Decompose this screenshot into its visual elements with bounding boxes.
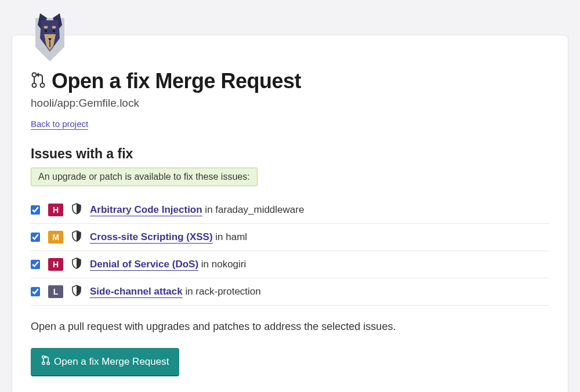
svg-point-3 xyxy=(53,30,56,32)
issue-text: Arbitrary Code Injection in faraday_midd… xyxy=(90,204,304,216)
project-path: hooli/app:Gemfile.lock xyxy=(31,97,549,110)
issue-checkbox[interactable] xyxy=(31,205,40,215)
title-row: Open a fix Merge Request xyxy=(31,69,549,93)
vulnerability-link[interactable]: Side-channel attack xyxy=(90,286,183,298)
issue-text: Side-channel attack in rack-protection xyxy=(90,286,261,297)
svg-point-6 xyxy=(32,84,37,88)
issue-row: LSide-channel attack in rack-protection xyxy=(31,278,549,306)
issue-text: Denial of Service (DoS) in nokogiri xyxy=(90,259,246,270)
severity-badge: H xyxy=(48,258,63,271)
merge-request-icon xyxy=(41,355,50,368)
issue-checkbox[interactable] xyxy=(31,233,40,242)
upgrade-notice: An upgrade or patch is available to fix … xyxy=(31,168,258,186)
dog-logo xyxy=(30,12,70,64)
issue-row: HDenial of Service (DoS) in nokogiri xyxy=(31,251,549,278)
issue-checkbox[interactable] xyxy=(31,260,40,269)
issue-row: MCross-site Scripting (XSS) in haml xyxy=(31,224,549,251)
vulnerability-link[interactable]: Cross-site Scripting (XSS) xyxy=(90,231,213,244)
vulnerability-link[interactable]: Arbitrary Code Injection xyxy=(90,204,202,216)
issue-package: in haml xyxy=(213,231,248,242)
svg-point-9 xyxy=(42,356,45,358)
back-to-project-link[interactable]: Back to project xyxy=(31,119,88,130)
issue-package: in faraday_middleware xyxy=(202,204,304,215)
issue-package: in nokogiri xyxy=(198,259,246,270)
cta-label: Open a fix Merge Request xyxy=(54,356,169,368)
issues-section-title: Issues with a fix xyxy=(31,146,549,162)
open-merge-request-button[interactable]: Open a fix Merge Request xyxy=(31,348,179,376)
description-text: Open a pull request with upgrades and pa… xyxy=(31,321,549,333)
svg-point-0 xyxy=(44,26,48,29)
svg-point-5 xyxy=(32,73,37,77)
svg-point-1 xyxy=(52,26,56,29)
issue-text: Cross-site Scripting (XSS) in haml xyxy=(90,231,247,243)
shield-icon xyxy=(71,257,82,271)
page-title: Open a fix Merge Request xyxy=(52,69,301,93)
severity-badge: H xyxy=(48,204,63,216)
issue-list: HArbitrary Code Injection in faraday_mid… xyxy=(31,197,549,306)
shield-icon xyxy=(71,203,82,217)
shield-icon xyxy=(71,285,82,299)
svg-point-2 xyxy=(45,30,48,32)
svg-point-10 xyxy=(42,362,45,364)
issue-checkbox[interactable] xyxy=(31,287,40,296)
shield-icon xyxy=(71,230,82,244)
svg-point-7 xyxy=(41,84,45,88)
vulnerability-link[interactable]: Denial of Service (DoS) xyxy=(90,259,198,271)
main-card: Open a fix Merge Request hooli/app:Gemfi… xyxy=(12,35,568,392)
svg-point-11 xyxy=(47,362,49,364)
issue-package: in rack-protection xyxy=(183,286,261,297)
merge-request-icon xyxy=(31,71,46,91)
issue-row: HArbitrary Code Injection in faraday_mid… xyxy=(31,197,549,224)
severity-badge: M xyxy=(48,231,63,244)
severity-badge: L xyxy=(48,285,63,298)
